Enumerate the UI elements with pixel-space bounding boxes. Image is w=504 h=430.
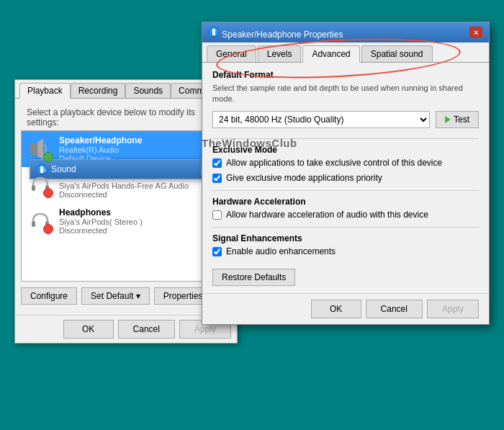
hardware-accel-title: Hardware Acceleration (212, 197, 479, 207)
headphones-icon (27, 208, 53, 234)
speaker-dialog-controls: ✕ (469, 26, 483, 39)
exclusive-checkbox-2-label: Give exclusive mode applications priorit… (226, 173, 382, 184)
device-list: Speaker/Headphone Realtek(R) Audio Defau… (21, 130, 231, 282)
speaker-dialog-close[interactable]: ✕ (469, 26, 483, 39)
exclusive-checkbox-1: Allow applications to take exclusive con… (212, 158, 479, 169)
hardware-checkbox-1-input[interactable] (212, 210, 222, 220)
speaker-footer: OK Cancel Apply (202, 293, 489, 324)
test-button[interactable]: Test (436, 111, 479, 128)
headphones-info: Headphones Siya's AirPods( Stereo ) Disc… (59, 207, 225, 235)
speaker-dialog-icon (208, 26, 220, 37)
play-icon (445, 116, 451, 123)
speaker-tab-general[interactable]: General (207, 45, 256, 62)
headset-sub1: Siya's AirPods Hands-Free AG Audio (59, 182, 225, 190)
default-format-title: Default Format (212, 70, 479, 80)
sound-dialog-title: Sound (51, 164, 76, 174)
headphones-sub1: Siya's AirPods( Stereo ) (59, 218, 225, 226)
signal-checkbox-1-input[interactable] (212, 247, 222, 256)
speaker-tabs: General Levels Advanced Spatial sound (202, 42, 489, 63)
sound-cancel-button[interactable]: Cancel (118, 320, 175, 339)
headset-sub2: Disconnected (59, 190, 225, 199)
exclusive-mode-title: Exclusive Mode (212, 145, 479, 155)
sound-tab-recording[interactable]: Recording (71, 83, 126, 98)
separator-1 (212, 138, 479, 139)
playback-label: Select a playback device below to modify… (21, 104, 231, 130)
exclusive-checkbox-2-input[interactable] (212, 174, 222, 183)
speaker-name: Speaker/Headphone (59, 135, 225, 145)
hardware-checkbox-1-label: Allow hardware acceleration of audio wit… (226, 210, 428, 221)
set-default-button[interactable]: Set Default ▾ (81, 287, 150, 305)
speaker-tab-advanced[interactable]: Advanced (302, 45, 359, 63)
headset-status-badge (43, 188, 53, 198)
speaker-apply-button[interactable]: Apply (427, 300, 479, 318)
speaker-dialog: Speaker/Headphone Properties ✕ General L… (202, 22, 490, 325)
headphones-name: Headphones (59, 207, 225, 218)
svg-rect-3 (32, 185, 35, 191)
speaker-icon (27, 136, 53, 162)
speaker-tab-levels[interactable]: Levels (258, 45, 302, 62)
headphones-status-badge (43, 224, 53, 234)
speaker-ok-button[interactable]: OK (311, 300, 361, 318)
device-item-headphones[interactable]: Headphones Siya's AirPods( Stereo ) Disc… (22, 203, 230, 239)
speaker-cancel-button[interactable]: Cancel (366, 300, 423, 318)
headset-icon (27, 172, 53, 198)
headphones-sub2: Disconnected (59, 226, 225, 235)
speaker-tab-spatial[interactable]: Spatial sound (361, 45, 433, 62)
exclusive-checkbox-2: Give exclusive mode applications priorit… (212, 173, 479, 184)
speaker-sub1: Realtek(R) Audio (59, 145, 225, 154)
exclusive-checkbox-1-label: Allow applications to take exclusive con… (226, 158, 442, 169)
signal-checkbox-1: Enable audio enhancements (212, 246, 479, 258)
speaker-dialog-titlebar: Speaker/Headphone Properties ✕ (202, 22, 489, 42)
default-format-desc: Select the sample rate and bit depth to … (212, 83, 479, 105)
svg-rect-5 (32, 221, 35, 227)
configure-button[interactable]: Configure (21, 287, 77, 305)
signal-checkbox-1-label: Enable audio enhancements (226, 246, 336, 258)
signal-enhancements-title: Signal Enhancements (212, 233, 479, 243)
separator-3 (212, 227, 479, 228)
exclusive-checkbox-1-input[interactable] (212, 158, 222, 168)
hardware-checkbox-1: Allow hardware acceleration of audio wit… (212, 210, 479, 221)
format-row: 24 bit, 48000 Hz (Studio Quality) Test (212, 111, 479, 128)
sound-tab-playback[interactable]: Playback (19, 83, 71, 99)
separator-2 (212, 190, 479, 191)
speaker-dialog-titlebar-left: Speaker/Headphone Properties (208, 26, 343, 40)
restore-defaults-button[interactable]: Restore Defaults (212, 269, 295, 286)
sound-ok-button[interactable]: OK (63, 320, 114, 339)
status-green-badge (43, 152, 53, 162)
svg-rect-2 (30, 143, 37, 155)
speaker-dialog-title: Speaker/Headphone Properties (222, 30, 343, 40)
speaker-content: Default Format Select the sample rate an… (202, 63, 489, 293)
sound-bottom-buttons: Configure Set Default ▾ Properties (21, 287, 231, 305)
sound-tab-sounds[interactable]: Sounds (125, 83, 171, 98)
format-select[interactable]: 24 bit, 48000 Hz (Studio Quality) (212, 111, 430, 128)
